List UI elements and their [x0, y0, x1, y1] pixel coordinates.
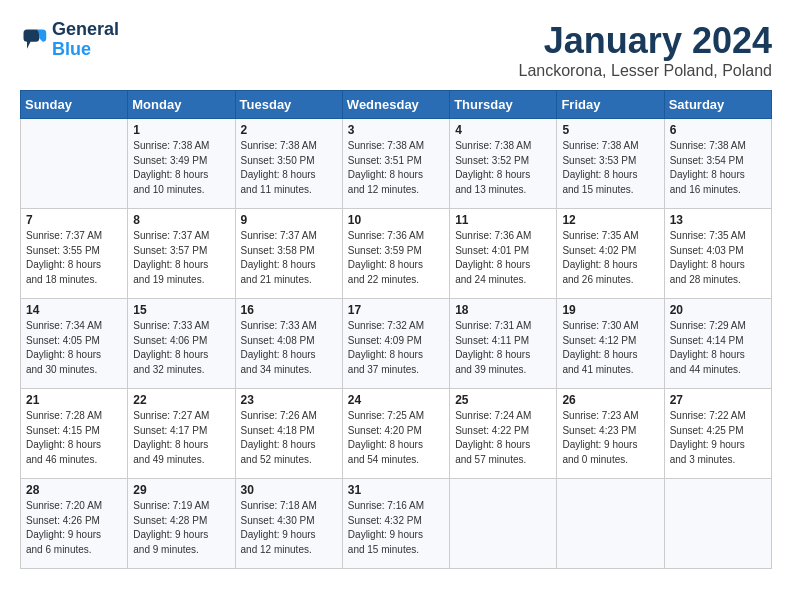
calendar-table: SundayMondayTuesdayWednesdayThursdayFrid… — [20, 90, 772, 569]
day-number: 11 — [455, 213, 551, 227]
calendar-cell: 17Sunrise: 7:32 AM Sunset: 4:09 PM Dayli… — [342, 299, 449, 389]
calendar-cell: 5Sunrise: 7:38 AM Sunset: 3:53 PM Daylig… — [557, 119, 664, 209]
day-number: 13 — [670, 213, 766, 227]
calendar-week-4: 21Sunrise: 7:28 AM Sunset: 4:15 PM Dayli… — [21, 389, 772, 479]
day-info: Sunrise: 7:27 AM Sunset: 4:17 PM Dayligh… — [133, 409, 229, 467]
day-info: Sunrise: 7:38 AM Sunset: 3:51 PM Dayligh… — [348, 139, 444, 197]
calendar-cell: 20Sunrise: 7:29 AM Sunset: 4:14 PM Dayli… — [664, 299, 771, 389]
day-info: Sunrise: 7:36 AM Sunset: 4:01 PM Dayligh… — [455, 229, 551, 287]
day-number: 23 — [241, 393, 337, 407]
day-info: Sunrise: 7:30 AM Sunset: 4:12 PM Dayligh… — [562, 319, 658, 377]
day-info: Sunrise: 7:26 AM Sunset: 4:18 PM Dayligh… — [241, 409, 337, 467]
day-info: Sunrise: 7:36 AM Sunset: 3:59 PM Dayligh… — [348, 229, 444, 287]
day-number: 21 — [26, 393, 122, 407]
day-number: 28 — [26, 483, 122, 497]
calendar-cell: 24Sunrise: 7:25 AM Sunset: 4:20 PM Dayli… — [342, 389, 449, 479]
day-info: Sunrise: 7:38 AM Sunset: 3:54 PM Dayligh… — [670, 139, 766, 197]
day-number: 25 — [455, 393, 551, 407]
weekday-header-monday: Monday — [128, 91, 235, 119]
day-info: Sunrise: 7:16 AM Sunset: 4:32 PM Dayligh… — [348, 499, 444, 557]
day-info: Sunrise: 7:32 AM Sunset: 4:09 PM Dayligh… — [348, 319, 444, 377]
day-number: 7 — [26, 213, 122, 227]
calendar-cell: 14Sunrise: 7:34 AM Sunset: 4:05 PM Dayli… — [21, 299, 128, 389]
day-info: Sunrise: 7:19 AM Sunset: 4:28 PM Dayligh… — [133, 499, 229, 557]
day-info: Sunrise: 7:38 AM Sunset: 3:49 PM Dayligh… — [133, 139, 229, 197]
calendar-cell: 10Sunrise: 7:36 AM Sunset: 3:59 PM Dayli… — [342, 209, 449, 299]
weekday-header-tuesday: Tuesday — [235, 91, 342, 119]
day-number: 1 — [133, 123, 229, 137]
day-number: 15 — [133, 303, 229, 317]
calendar-cell: 22Sunrise: 7:27 AM Sunset: 4:17 PM Dayli… — [128, 389, 235, 479]
day-info: Sunrise: 7:20 AM Sunset: 4:26 PM Dayligh… — [26, 499, 122, 557]
day-info: Sunrise: 7:35 AM Sunset: 4:02 PM Dayligh… — [562, 229, 658, 287]
calendar-cell: 19Sunrise: 7:30 AM Sunset: 4:12 PM Dayli… — [557, 299, 664, 389]
day-info: Sunrise: 7:29 AM Sunset: 4:14 PM Dayligh… — [670, 319, 766, 377]
day-info: Sunrise: 7:38 AM Sunset: 3:53 PM Dayligh… — [562, 139, 658, 197]
calendar-cell: 6Sunrise: 7:38 AM Sunset: 3:54 PM Daylig… — [664, 119, 771, 209]
day-number: 27 — [670, 393, 766, 407]
calendar-cell: 28Sunrise: 7:20 AM Sunset: 4:26 PM Dayli… — [21, 479, 128, 569]
calendar-cell: 30Sunrise: 7:18 AM Sunset: 4:30 PM Dayli… — [235, 479, 342, 569]
calendar-cell: 21Sunrise: 7:28 AM Sunset: 4:15 PM Dayli… — [21, 389, 128, 479]
day-number: 12 — [562, 213, 658, 227]
weekday-header-thursday: Thursday — [450, 91, 557, 119]
calendar-week-1: 1Sunrise: 7:38 AM Sunset: 3:49 PM Daylig… — [21, 119, 772, 209]
calendar-cell: 9Sunrise: 7:37 AM Sunset: 3:58 PM Daylig… — [235, 209, 342, 299]
header: General Blue January 2024 Lanckorona, Le… — [20, 20, 772, 80]
day-number: 31 — [348, 483, 444, 497]
calendar-cell: 8Sunrise: 7:37 AM Sunset: 3:57 PM Daylig… — [128, 209, 235, 299]
calendar-cell: 31Sunrise: 7:16 AM Sunset: 4:32 PM Dayli… — [342, 479, 449, 569]
day-number: 18 — [455, 303, 551, 317]
title-section: January 2024 Lanckorona, Lesser Poland, … — [518, 20, 772, 80]
calendar-cell — [450, 479, 557, 569]
day-info: Sunrise: 7:38 AM Sunset: 3:52 PM Dayligh… — [455, 139, 551, 197]
day-number: 4 — [455, 123, 551, 137]
location-title: Lanckorona, Lesser Poland, Poland — [518, 62, 772, 80]
day-info: Sunrise: 7:35 AM Sunset: 4:03 PM Dayligh… — [670, 229, 766, 287]
day-number: 2 — [241, 123, 337, 137]
day-number: 6 — [670, 123, 766, 137]
logo: General Blue — [20, 20, 119, 60]
weekday-header-sunday: Sunday — [21, 91, 128, 119]
day-number: 9 — [241, 213, 337, 227]
calendar-cell: 18Sunrise: 7:31 AM Sunset: 4:11 PM Dayli… — [450, 299, 557, 389]
day-info: Sunrise: 7:18 AM Sunset: 4:30 PM Dayligh… — [241, 499, 337, 557]
calendar-cell: 23Sunrise: 7:26 AM Sunset: 4:18 PM Dayli… — [235, 389, 342, 479]
calendar-cell: 1Sunrise: 7:38 AM Sunset: 3:49 PM Daylig… — [128, 119, 235, 209]
calendar-cell: 11Sunrise: 7:36 AM Sunset: 4:01 PM Dayli… — [450, 209, 557, 299]
calendar-cell — [21, 119, 128, 209]
logo-text: General Blue — [52, 20, 119, 60]
calendar-cell: 3Sunrise: 7:38 AM Sunset: 3:51 PM Daylig… — [342, 119, 449, 209]
calendar-week-3: 14Sunrise: 7:34 AM Sunset: 4:05 PM Dayli… — [21, 299, 772, 389]
day-number: 16 — [241, 303, 337, 317]
day-info: Sunrise: 7:24 AM Sunset: 4:22 PM Dayligh… — [455, 409, 551, 467]
day-number: 24 — [348, 393, 444, 407]
day-number: 17 — [348, 303, 444, 317]
calendar-cell: 2Sunrise: 7:38 AM Sunset: 3:50 PM Daylig… — [235, 119, 342, 209]
day-number: 19 — [562, 303, 658, 317]
day-number: 30 — [241, 483, 337, 497]
day-number: 26 — [562, 393, 658, 407]
calendar-cell — [664, 479, 771, 569]
day-info: Sunrise: 7:25 AM Sunset: 4:20 PM Dayligh… — [348, 409, 444, 467]
day-info: Sunrise: 7:28 AM Sunset: 4:15 PM Dayligh… — [26, 409, 122, 467]
day-info: Sunrise: 7:22 AM Sunset: 4:25 PM Dayligh… — [670, 409, 766, 467]
day-number: 5 — [562, 123, 658, 137]
calendar-cell: 12Sunrise: 7:35 AM Sunset: 4:02 PM Dayli… — [557, 209, 664, 299]
calendar-cell: 29Sunrise: 7:19 AM Sunset: 4:28 PM Dayli… — [128, 479, 235, 569]
calendar-cell: 7Sunrise: 7:37 AM Sunset: 3:55 PM Daylig… — [21, 209, 128, 299]
day-info: Sunrise: 7:37 AM Sunset: 3:55 PM Dayligh… — [26, 229, 122, 287]
calendar-cell: 15Sunrise: 7:33 AM Sunset: 4:06 PM Dayli… — [128, 299, 235, 389]
day-number: 10 — [348, 213, 444, 227]
calendar-cell: 27Sunrise: 7:22 AM Sunset: 4:25 PM Dayli… — [664, 389, 771, 479]
logo-icon — [20, 26, 48, 54]
weekday-header-saturday: Saturday — [664, 91, 771, 119]
month-title: January 2024 — [518, 20, 772, 62]
calendar-cell: 25Sunrise: 7:24 AM Sunset: 4:22 PM Dayli… — [450, 389, 557, 479]
day-info: Sunrise: 7:38 AM Sunset: 3:50 PM Dayligh… — [241, 139, 337, 197]
calendar-cell — [557, 479, 664, 569]
day-number: 22 — [133, 393, 229, 407]
calendar-cell: 4Sunrise: 7:38 AM Sunset: 3:52 PM Daylig… — [450, 119, 557, 209]
day-info: Sunrise: 7:33 AM Sunset: 4:06 PM Dayligh… — [133, 319, 229, 377]
day-info: Sunrise: 7:23 AM Sunset: 4:23 PM Dayligh… — [562, 409, 658, 467]
